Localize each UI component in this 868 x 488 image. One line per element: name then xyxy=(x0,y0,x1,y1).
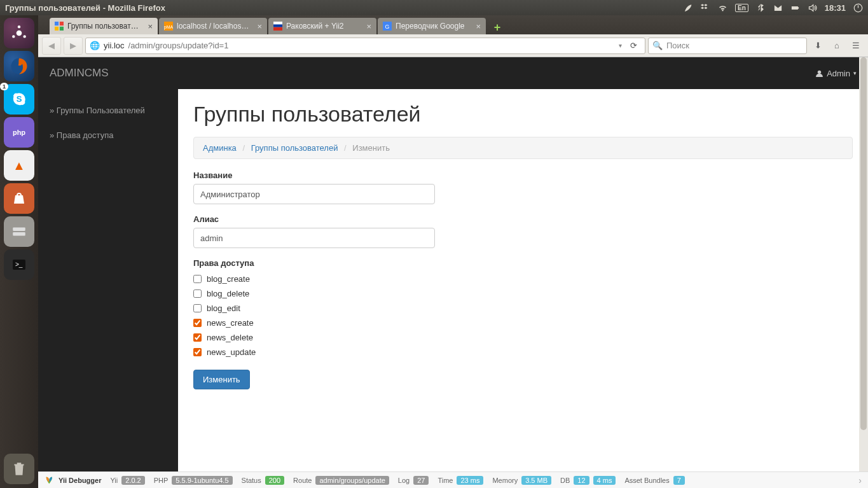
launcher-software-center[interactable] xyxy=(4,183,34,214)
main-content: Группы пользователей Админка / Группы по… xyxy=(178,89,868,471)
perm-label: blog_delete xyxy=(207,289,249,298)
app-brand[interactable]: ADMINCMS xyxy=(50,67,109,80)
menu-button[interactable]: ☰ xyxy=(848,38,864,54)
svg-point-3 xyxy=(12,35,15,38)
tabstrip: Группы пользоват… × pMA localhost / loca… xyxy=(38,15,868,34)
dropbox-icon[interactable] xyxy=(701,3,710,13)
battery-icon[interactable] xyxy=(790,3,800,13)
name-input[interactable] xyxy=(193,184,435,204)
alias-input[interactable] xyxy=(193,228,435,248)
launcher-vlc[interactable]: ▲ xyxy=(4,150,34,181)
launcher-dash[interactable] xyxy=(4,18,34,48)
close-icon[interactable]: × xyxy=(257,22,262,31)
perm-label: blog_edit xyxy=(207,303,240,313)
svg-text:G: G xyxy=(385,24,390,30)
launcher-skype[interactable]: 1S xyxy=(4,84,34,115)
svg-point-2 xyxy=(24,35,26,38)
perm-label: news_delete xyxy=(207,333,253,342)
perm-checkbox[interactable] xyxy=(193,304,202,312)
close-icon[interactable]: × xyxy=(148,22,153,31)
svg-point-0 xyxy=(17,31,22,36)
form: Название Алиас Права доступа blog_create… xyxy=(193,171,853,389)
perm-row: news_delete xyxy=(193,330,853,345)
system-indicators: En 18:31 xyxy=(684,3,863,13)
page-viewport: ADMINCMS Admin ▾ » Группы Пользователей … xyxy=(38,57,868,471)
launcher-firefox[interactable] xyxy=(4,51,34,81)
perm-label: news_create xyxy=(207,318,254,328)
breadcrumb-admin[interactable]: Админка xyxy=(203,143,237,153)
tab-3[interactable]: G Переводчик Google × xyxy=(378,18,486,34)
breadcrumb-groups[interactable]: Группы пользователей xyxy=(251,143,338,153)
perm-label: Права доступа xyxy=(193,258,853,268)
app-topbar: ADMINCMS Admin ▾ xyxy=(38,57,868,89)
breadcrumb: Админка / Группы пользователей / Изменит… xyxy=(193,137,853,159)
perm-label: news_update xyxy=(207,347,256,357)
chevron-down-icon[interactable]: ▾ xyxy=(619,42,622,49)
scrollbar[interactable] xyxy=(859,57,868,471)
svg-text:pMA: pMA xyxy=(164,25,173,30)
window-title: Группы пользователей - Mozilla Firefox xyxy=(5,3,165,13)
volume-icon[interactable] xyxy=(808,3,817,13)
downloads-button[interactable]: ⬇ xyxy=(809,38,826,54)
feather-icon[interactable] xyxy=(684,3,693,13)
close-icon[interactable]: × xyxy=(366,22,371,31)
mail-icon[interactable] xyxy=(773,3,783,13)
svg-rect-17 xyxy=(273,24,282,27)
tab-active[interactable]: Группы пользоват… × xyxy=(50,18,158,34)
search-input[interactable]: 🔍 Поиск xyxy=(648,38,807,54)
tab-1[interactable]: pMA localhost / localhos… × xyxy=(159,18,267,34)
svg-rect-12 xyxy=(55,27,59,31)
launcher-terminal[interactable]: >_ xyxy=(4,249,34,280)
favicon-icon: G xyxy=(383,22,392,31)
bluetooth-icon[interactable] xyxy=(756,3,766,13)
unity-launcher: 1S php ▲ >_ xyxy=(0,15,38,488)
forward-button[interactable]: ▶ xyxy=(64,37,83,55)
svg-point-21 xyxy=(818,70,821,73)
svg-rect-6 xyxy=(13,228,25,231)
perm-checkbox[interactable] xyxy=(193,348,202,356)
sidebar: » Группы Пользователей » Права доступа xyxy=(38,89,178,471)
home-button[interactable]: ⌂ xyxy=(829,38,845,54)
firefox-chrome: Группы пользоват… × pMA localhost / loca… xyxy=(38,15,868,57)
svg-text:S: S xyxy=(17,94,22,104)
chevron-down-icon: ▾ xyxy=(853,70,857,76)
user-menu[interactable]: Admin ▾ xyxy=(815,69,857,78)
svg-rect-11 xyxy=(60,22,64,25)
favicon-icon xyxy=(273,22,282,31)
perm-checkbox[interactable] xyxy=(193,319,202,327)
ubuntu-menubar: Группы пользователей - Mozilla Firefox E… xyxy=(0,0,868,15)
perm-checkbox[interactable] xyxy=(193,275,202,283)
permissions-list: blog_createblog_deleteblog_editnews_crea… xyxy=(193,272,853,359)
tab-2[interactable]: Раковский + Yii2 × xyxy=(268,18,376,34)
perm-checkbox[interactable] xyxy=(193,289,202,298)
power-icon[interactable] xyxy=(853,3,863,13)
search-icon: 🔍 xyxy=(652,41,663,50)
close-icon[interactable]: × xyxy=(476,22,481,31)
back-button[interactable]: ◀ xyxy=(42,37,61,55)
sidebar-item-permissions[interactable]: » Права доступа xyxy=(38,123,178,148)
keyboard-lang[interactable]: En xyxy=(735,4,748,12)
sidebar-item-groups[interactable]: » Группы Пользователей xyxy=(38,98,178,123)
launcher-phpstorm[interactable]: php xyxy=(4,117,34,148)
svg-rect-13 xyxy=(60,27,64,31)
reload-icon[interactable]: ⟳ xyxy=(626,41,641,50)
alias-label: Алиас xyxy=(193,214,853,224)
perm-row: news_create xyxy=(193,316,853,330)
svg-point-1 xyxy=(18,25,20,28)
launcher-trash[interactable] xyxy=(4,454,34,484)
submit-button[interactable]: Изменить xyxy=(193,370,250,389)
yii-logo-icon xyxy=(45,475,55,485)
clock[interactable]: 18:31 xyxy=(825,3,846,13)
yii-debug-bar[interactable]: Yii Debugger Yii2.0.2 PHP5.5.9-1ubuntu4.… xyxy=(38,471,868,488)
chevron-right-icon[interactable]: › xyxy=(858,475,862,485)
launcher-files[interactable] xyxy=(4,216,34,247)
perm-checkbox[interactable] xyxy=(193,333,202,342)
wifi-icon[interactable] xyxy=(718,3,727,13)
url-input[interactable]: 🌐 yii.loc/admin/groups/update?id=1 ▾ ⟳ xyxy=(85,38,645,54)
perm-row: news_update xyxy=(193,345,853,359)
svg-text:>_: >_ xyxy=(15,261,23,268)
perm-row: blog_delete xyxy=(193,286,853,301)
new-tab-button[interactable]: + xyxy=(490,20,505,34)
svg-rect-7 xyxy=(13,232,25,235)
page-title: Группы пользователей xyxy=(193,102,853,127)
